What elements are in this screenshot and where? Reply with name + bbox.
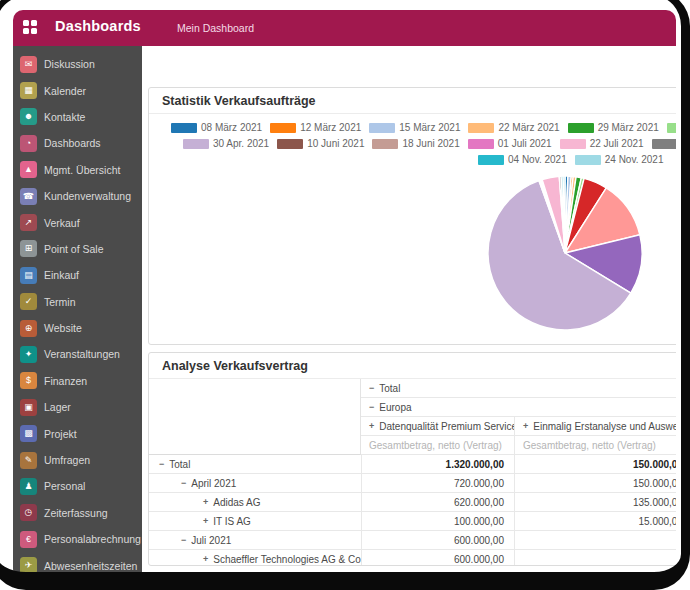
pivot-row-header[interactable]: −Total	[149, 455, 361, 473]
sidebar-item-personal[interactable]: ♟Personal	[13, 473, 142, 499]
sidebar-item-label: Kundenverwaltung	[44, 190, 131, 202]
pivot-row-header[interactable]: +Schaeffler Technologies AG & Co. KG	[149, 550, 361, 566]
app-sidebar: ✉Diskussion▦Kalender☻Kontakte◔Dashboards…	[13, 46, 142, 573]
collapse-icon[interactable]: −	[159, 459, 164, 469]
legend-label: 12 März 2021	[300, 122, 361, 133]
pivot-value-cell: 15.000,00	[514, 512, 676, 530]
pivot-row: +IT IS AG100.000,0015.000,00	[149, 512, 676, 531]
legend-label: 08 März 2021	[201, 122, 262, 133]
pivot-header: −Total−Europa+Datenqualität Premium Serv…	[149, 379, 676, 455]
expand-icon[interactable]: +	[203, 497, 208, 507]
sidebar-item-kundenverwaltung[interactable]: ☎Kundenverwaltung	[13, 183, 142, 209]
collapse-icon[interactable]: −	[369, 402, 374, 412]
pivot-measure-columns: +Datenqualität Premium Service+Einmalig …	[361, 417, 676, 436]
legend-item[interactable]: 04 Nov. 2021	[478, 154, 567, 165]
pivot-row-label: Schaeffler Technologies AG & Co. KG	[213, 554, 361, 565]
legend-item[interactable]: 30 Apr. 2021	[183, 138, 269, 149]
legend-item[interactable]: 22 Juli 2021	[560, 138, 644, 149]
sidebar-item-mgmt-uebersicht[interactable]: ▲Mgmt. Übersicht	[13, 157, 142, 183]
expand-icon[interactable]: +	[523, 421, 528, 431]
pivot-value-cell: 1.320.000,00	[361, 455, 514, 473]
pivot-colgroup-europa[interactable]: −Europa	[361, 398, 676, 417]
sidebar-item-finanzen[interactable]: $Finanzen	[13, 368, 142, 394]
legend-row: 04 Nov. 202124 Nov. 2021	[149, 152, 676, 167]
legend-item[interactable]: 01 Juli 2021	[468, 138, 552, 149]
pivot-row: −Juli 2021600.000,00	[149, 531, 676, 550]
pivot-value-cell: 150.000,00	[514, 455, 676, 473]
sidebar-item-diskussion[interactable]: ✉Diskussion	[13, 51, 142, 77]
apps-grid-icon[interactable]	[23, 20, 38, 35]
pivot-value-cell: 720.000,00	[361, 474, 514, 492]
sidebar-item-abwesenheitszeiten[interactable]: ✈Abwesenheitszeiten	[13, 552, 142, 573]
sidebar-item-website[interactable]: ⊕Website	[13, 315, 142, 341]
expand-icon[interactable]: +	[203, 516, 208, 526]
sidebar-item-dashboards[interactable]: ◔Dashboards	[13, 130, 142, 156]
collapse-icon[interactable]: −	[369, 383, 374, 393]
sidebar-item-projekt[interactable]: ▩Projekt	[13, 420, 142, 446]
top-navbar: Dashboards Mein Dashboard	[13, 10, 676, 46]
sidebar-item-kalender[interactable]: ▦Kalender	[13, 77, 142, 103]
invoice-icon: $	[20, 372, 37, 389]
pivot-value-cell: 100.000,00	[361, 512, 514, 530]
expand-icon[interactable]: +	[369, 421, 374, 431]
legend-item[interactable]: 23 Juli 2021	[652, 138, 676, 149]
screenshot-stage: Dashboards Mein Dashboard ✉Diskussion▦Ka…	[0, 0, 690, 590]
sidebar-item-label: Einkauf	[44, 269, 79, 281]
pivot-colgroup-label: Europa	[379, 402, 411, 413]
globe-icon: ⊕	[20, 320, 37, 337]
legend-item[interactable]: 24 Nov. 2021	[575, 154, 664, 165]
pivot-colgroup-total[interactable]: −Total	[361, 379, 676, 398]
sidebar-item-einkauf[interactable]: ▤Einkauf	[13, 262, 142, 288]
legend-item[interactable]: 08 März 2021	[171, 122, 262, 133]
legend-swatch	[560, 139, 586, 149]
legend-item[interactable]: 05 Apr. 2021	[667, 122, 676, 133]
pivot-row: −April 2021720.000,00150.000,00	[149, 474, 676, 493]
collapse-icon[interactable]: −	[181, 535, 186, 545]
sidebar-item-kontakte[interactable]: ☻Kontakte	[13, 104, 142, 130]
legend-swatch	[369, 123, 395, 133]
truck-icon: ▣	[20, 399, 37, 416]
legend-item[interactable]: 22 März 2021	[468, 122, 559, 133]
expand-icon[interactable]: +	[203, 554, 208, 564]
pivot-row-header[interactable]: −April 2021	[149, 474, 361, 492]
sidebar-item-point-of-sale[interactable]: ⊞Point of Sale	[13, 236, 142, 262]
legend-swatch	[171, 123, 197, 133]
legend-label: 29 März 2021	[598, 122, 659, 133]
pivot-table: −Total−Europa+Datenqualität Premium Serv…	[149, 379, 676, 566]
sidebar-item-label: Veranstaltungen	[44, 348, 120, 360]
pivot-row-header[interactable]: +Adidas AG	[149, 493, 361, 511]
legend-swatch	[468, 139, 494, 149]
ticket-icon: ✦	[20, 346, 37, 363]
leave-icon: ✈	[20, 557, 37, 573]
sidebar-item-personalabrechnung[interactable]: €Personalabrechnung	[13, 526, 142, 552]
project-icon: ▩	[20, 425, 37, 442]
legend-item[interactable]: 18 Juni 2021	[372, 138, 459, 149]
pivot-row-header[interactable]: +IT IS AG	[149, 512, 361, 530]
collapse-icon[interactable]: −	[181, 478, 186, 488]
pivot-column-header[interactable]: +Einmalig Erstanalyse und Auswertung	[514, 417, 676, 435]
legend-swatch	[575, 155, 601, 165]
pivot-row-label: IT IS AG	[213, 516, 251, 527]
legend-item[interactable]: 29 März 2021	[568, 122, 659, 133]
legend-item[interactable]: 15 März 2021	[369, 122, 460, 133]
legend-label: 22 Juli 2021	[590, 138, 644, 149]
sales-chart-icon: ↗	[20, 214, 37, 231]
main-content: Statistik Verkaufsaufträge 08 März 20211…	[142, 46, 676, 573]
sidebar-item-umfragen[interactable]: ✎Umfragen	[13, 447, 142, 473]
sidebar-item-termin[interactable]: ✓Termin	[13, 289, 142, 315]
sidebar-item-label: Abwesenheitszeiten	[44, 560, 137, 572]
pivot-row-header[interactable]: −Juli 2021	[149, 531, 361, 549]
sidebar-item-zeiterfassung[interactable]: ◷Zeiterfassung	[13, 500, 142, 526]
sidebar-item-veranstaltungen[interactable]: ✦Veranstaltungen	[13, 341, 142, 367]
sidebar-item-lager[interactable]: ▣Lager	[13, 394, 142, 420]
sidebar-item-label: Mgmt. Übersicht	[44, 164, 120, 176]
legend-item[interactable]: 12 März 2021	[270, 122, 361, 133]
menu-item-mein-dashboard[interactable]: Mein Dashboard	[177, 22, 254, 34]
legend-item[interactable]: 10 Juni 2021	[277, 138, 364, 149]
sidebar-item-verkauf[interactable]: ↗Verkauf	[13, 209, 142, 235]
pivot-column-header[interactable]: +Datenqualität Premium Service	[361, 417, 514, 435]
pivot-value-cell: 620.000,00	[361, 493, 514, 511]
app-window: Dashboards Mein Dashboard ✉Diskussion▦Ka…	[13, 10, 676, 573]
pivot-row-label: April 2021	[191, 478, 236, 489]
sidebar-item-label: Zeiterfassung	[44, 507, 108, 519]
